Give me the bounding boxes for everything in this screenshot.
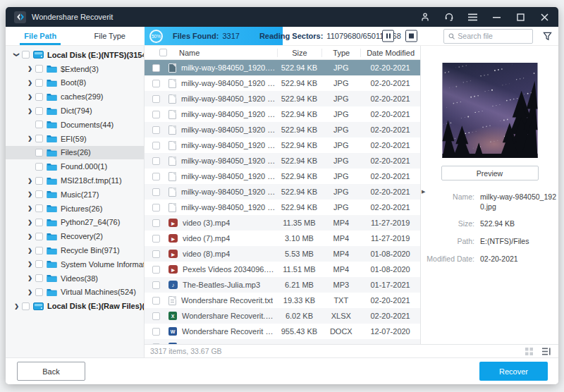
preview-button[interactable]: Preview	[441, 166, 539, 180]
tree-checkbox[interactable]	[35, 107, 43, 115]
tree-checkbox[interactable]	[35, 260, 43, 268]
close-icon[interactable]	[539, 12, 550, 23]
tree-checkbox[interactable]	[35, 204, 43, 212]
tree-item[interactable]: ❯ Di	[6, 104, 144, 118]
tree-item[interactable]: ❯ Fi	[6, 146, 144, 160]
tree-checkbox[interactable]	[22, 302, 30, 310]
tree-checkbox[interactable]	[35, 65, 43, 73]
row-checkbox[interactable]	[152, 250, 160, 258]
tree-checkbox[interactable]	[35, 149, 43, 157]
select-all-checkbox[interactable]	[159, 49, 167, 56]
row-checkbox[interactable]	[152, 80, 160, 87]
file-row[interactable]: milky-way-984050_1920 - Copy (3).jpg 522…	[145, 106, 420, 122]
file-row[interactable]: milky-way-984050_1920 - Copy (2).jpg 522…	[145, 91, 420, 106]
tree-item[interactable]: ❯ Lo	[6, 48, 144, 62]
row-checkbox[interactable]	[152, 188, 160, 196]
file-row[interactable]: ♪ The-Beatles-Julia.mp3 6.21 MB MP3 01-1…	[145, 277, 420, 293]
chevron-icon[interactable]: ❯	[26, 191, 34, 197]
tree-item[interactable]: ❯ Vi	[6, 286, 144, 300]
row-checkbox[interactable]	[152, 235, 160, 243]
grid-view-icon[interactable]	[525, 348, 533, 355]
tree-item[interactable]: ❯ EF	[6, 132, 144, 146]
stop-button[interactable]	[405, 30, 417, 42]
recover-button[interactable]: Recover	[479, 362, 548, 381]
tree-item[interactable]: ❯ Vi	[6, 271, 144, 286]
row-checkbox[interactable]	[152, 173, 160, 180]
row-checkbox[interactable]	[152, 64, 160, 72]
tree-item[interactable]: ❯ Fo	[6, 159, 144, 173]
file-row[interactable]: milky-way-984050_1920 - Copy.jpg 522.94 …	[145, 75, 420, 91]
file-row[interactable]: milky-way-984050_1920 - Copy (8).jpg 522…	[145, 184, 420, 200]
tree-item[interactable]: ❯ Do	[6, 118, 144, 132]
tree-checkbox[interactable]	[35, 79, 43, 87]
tree-checkbox[interactable]	[35, 93, 43, 101]
back-button[interactable]: Back	[17, 362, 85, 381]
row-checkbox[interactable]	[152, 219, 160, 227]
file-row[interactable]: ▶ Pexels Videos 2034096.mp4 11.51 MB MP4…	[145, 262, 420, 277]
support-headset-icon[interactable]	[443, 12, 454, 23]
tree-checkbox[interactable]	[35, 135, 43, 142]
file-row[interactable]: milky-way-984050_1920 - Copy (5).jpg 522…	[145, 137, 420, 153]
filter-icon[interactable]	[543, 32, 552, 41]
tree-item[interactable]: ❯ Pi	[6, 202, 144, 216]
row-checkbox[interactable]	[152, 111, 160, 118]
tree-item[interactable]: ❯ $E	[6, 62, 144, 76]
chevron-icon[interactable]: ❯	[26, 275, 34, 281]
tree-item[interactable]: ❯ ca	[6, 90, 144, 104]
chevron-icon[interactable]: ❯	[26, 178, 34, 184]
tree-item[interactable]: ❯ Py	[6, 216, 144, 230]
minimize-icon[interactable]	[491, 12, 502, 23]
tree-checkbox[interactable]	[35, 247, 43, 255]
tab-file-path[interactable]: File Path	[6, 27, 75, 45]
search-input[interactable]	[458, 32, 532, 40]
tree-item[interactable]: ❯ Re	[6, 243, 144, 257]
tree-checkbox[interactable]	[35, 274, 43, 282]
column-name[interactable]: Name	[179, 49, 200, 57]
chevron-icon[interactable]: ❯	[26, 94, 34, 100]
panel-collapse-icon[interactable]: ▶	[422, 189, 425, 195]
chevron-icon[interactable]: ❯	[26, 80, 34, 86]
tree-checkbox[interactable]	[35, 233, 43, 240]
chevron-icon[interactable]: ❯	[26, 108, 34, 114]
row-checkbox[interactable]	[152, 157, 160, 165]
chevron-icon[interactable]: ❯	[26, 261, 34, 267]
list-view-icon[interactable]	[542, 348, 551, 355]
row-checkbox[interactable]	[152, 281, 160, 289]
row-checkbox[interactable]	[152, 266, 160, 274]
pause-button[interactable]	[382, 30, 394, 42]
row-checkbox[interactable]	[152, 328, 160, 336]
tree-checkbox[interactable]	[35, 190, 43, 198]
file-row[interactable]: X Wondershare Recoverit.xlsx 6.02 KB XLS…	[145, 308, 420, 324]
row-checkbox[interactable]	[152, 204, 160, 212]
tree-checkbox[interactable]	[35, 288, 43, 296]
column-type[interactable]: Type	[321, 49, 360, 57]
tree-checkbox[interactable]	[35, 177, 43, 185]
file-row[interactable]: milky-way-984050_1920 - Copy (9).jpg 522…	[145, 200, 420, 215]
chevron-icon[interactable]: ❯	[13, 303, 20, 310]
file-row[interactable]: ▶ video (8).mp4 5.53 MB MP4 01-08-2020	[145, 246, 420, 262]
tree-checkbox[interactable]	[35, 219, 43, 226]
file-row[interactable]: milky-way-984050_1920 - Copy (4).jpg 522…	[145, 122, 420, 137]
tree-item[interactable]: ❯ Lo	[6, 299, 144, 313]
row-checkbox[interactable]	[152, 126, 160, 134]
chevron-icon[interactable]: ❯	[26, 135, 34, 142]
file-row[interactable]: W Wondershare Recoverit Data Recovery ..…	[145, 324, 420, 339]
chevron-icon[interactable]: ❯	[26, 66, 34, 72]
chevron-icon[interactable]: ❯	[13, 51, 20, 59]
row-checkbox[interactable]	[152, 297, 160, 305]
tree-checkbox[interactable]	[22, 51, 30, 59]
file-row[interactable]: W Wondershare Recoverit Data Recovery 16…	[145, 339, 420, 344]
row-checkbox[interactable]	[152, 312, 160, 320]
tree-checkbox[interactable]	[35, 121, 43, 128]
file-row[interactable]: milky-way-984050_1920.jpg 522.94 KB JPG …	[145, 60, 420, 75]
tree-checkbox[interactable]	[35, 163, 43, 171]
column-date-modified[interactable]: Date Modified	[360, 49, 420, 57]
chevron-icon[interactable]: ❯	[26, 219, 34, 226]
chevron-icon[interactable]: ❯	[26, 205, 34, 212]
row-checkbox[interactable]	[152, 95, 160, 103]
chevron-icon[interactable]: ❯	[26, 289, 34, 295]
tab-file-type[interactable]: File Type	[75, 27, 145, 45]
tree-item[interactable]: ❯ Mu	[6, 188, 144, 202]
tree-item[interactable]: ❯ Re	[6, 229, 144, 243]
file-row[interactable]: ▶ video (7).mp4 3.10 MB MP4 11-27-2019	[145, 231, 420, 246]
